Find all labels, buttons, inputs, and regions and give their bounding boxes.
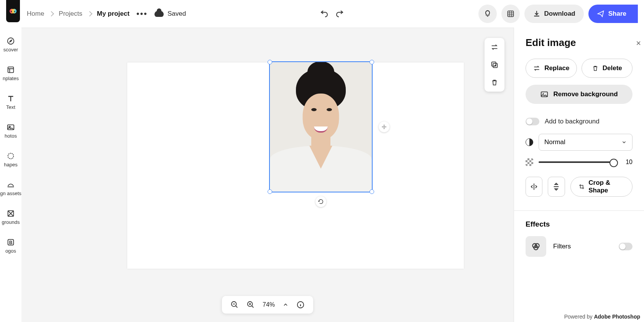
breadcrumb-home[interactable]: Home <box>27 10 44 18</box>
sidebar-item-design-assets[interactable]: gn assets <box>0 181 21 196</box>
sidebar-item-text[interactable]: Text <box>0 94 21 110</box>
discover-icon <box>7 37 15 45</box>
filters-toggle[interactable] <box>619 243 632 250</box>
trash-icon <box>491 78 498 87</box>
opacity-value: 10 <box>623 159 632 166</box>
resize-handle[interactable] <box>370 60 374 64</box>
flip-vertical-button[interactable] <box>548 177 565 197</box>
resize-handle[interactable] <box>268 189 272 194</box>
sidebar-label: Text <box>6 104 15 110</box>
trash-icon <box>592 64 599 72</box>
swap-button[interactable] <box>490 43 499 52</box>
swap-icon <box>490 43 499 51</box>
replace-label: Replace <box>544 64 569 72</box>
crop-shape-label: Crop & Shape <box>588 179 624 194</box>
delete-button[interactable] <box>490 78 499 87</box>
header-center <box>319 8 345 19</box>
filters-row: Filters <box>526 236 632 257</box>
zoom-in-button[interactable] <box>246 301 255 309</box>
replace-button[interactable]: Replace <box>526 59 577 78</box>
rotate-icon <box>318 199 324 205</box>
resize-handle[interactable] <box>370 189 374 194</box>
infinity-logo-icon <box>7 5 19 17</box>
logos-icon: B <box>7 238 15 246</box>
breadcrumb-current[interactable]: My project <box>97 10 130 18</box>
add-to-bg-label: Add to background <box>545 118 600 125</box>
flip-horizontal-button[interactable] <box>526 177 542 197</box>
remove-background-button[interactable]: Remove background <box>526 85 632 104</box>
tips-button[interactable] <box>478 5 497 23</box>
filters-thumb[interactable] <box>526 236 546 257</box>
share-button[interactable]: Share <box>588 5 638 23</box>
breadcrumb-projects[interactable]: Projects <box>59 10 82 18</box>
sidebar-label: gn assets <box>0 191 21 196</box>
opacity-slider[interactable] <box>539 161 618 163</box>
canvas-area[interactable]: 74% <box>21 28 514 322</box>
close-panel-button[interactable]: × <box>636 38 641 48</box>
grid-button[interactable] <box>501 5 520 23</box>
crop-shape-button[interactable]: Crop & Shape <box>570 177 632 197</box>
sidebar-item-templates[interactable]: nplates <box>0 66 21 81</box>
crop-icon <box>578 183 585 191</box>
portrait-placeholder <box>270 62 372 192</box>
blend-mode-value: Normal <box>544 138 565 146</box>
main: scover nplates Text hotos hapes gn asset… <box>0 28 644 322</box>
delete-image-button[interactable]: Delete <box>582 59 633 78</box>
save-status: Saved <box>168 10 186 18</box>
sidebar-item-logos[interactable]: B ogos <box>0 238 21 254</box>
panel-title: Edit image <box>526 37 632 49</box>
chevron-down-icon <box>621 140 627 145</box>
svg-rect-0 <box>508 11 513 17</box>
blend-mode-icon <box>526 138 533 146</box>
add-to-background-toggle[interactable] <box>526 118 539 125</box>
info-button[interactable] <box>296 301 305 309</box>
shapes-icon <box>7 152 15 160</box>
header-right: Download Share <box>478 5 638 23</box>
replace-icon <box>533 64 540 72</box>
sidebar-label: grounds <box>2 219 20 225</box>
svg-point-1 <box>8 38 14 44</box>
flip-v-icon <box>552 182 560 191</box>
duplicate-button[interactable] <box>490 60 499 69</box>
info-icon <box>296 301 305 309</box>
sidebar-label: hapes <box>4 162 17 168</box>
templates-icon <box>7 66 15 74</box>
zoom-in-icon <box>246 301 255 309</box>
backgrounds-icon <box>7 209 15 218</box>
move-icon <box>381 124 387 130</box>
sidebar-item-shapes[interactable]: hapes <box>0 152 21 168</box>
add-handle[interactable] <box>379 122 389 132</box>
assets-icon <box>7 181 15 189</box>
selected-image[interactable] <box>269 61 373 192</box>
sidebar-label: nplates <box>3 76 19 81</box>
photos-icon <box>7 123 15 131</box>
sidebar-item-backgrounds[interactable]: grounds <box>0 209 21 225</box>
svg-point-5 <box>8 153 14 159</box>
sidebar-item-photos[interactable]: hotos <box>0 123 21 139</box>
undo-icon <box>320 9 329 18</box>
rotate-handle[interactable] <box>315 196 326 207</box>
zoom-out-button[interactable] <box>230 301 239 309</box>
artboard[interactable] <box>127 62 464 269</box>
resize-handle[interactable] <box>268 60 272 64</box>
download-button[interactable]: Download <box>524 5 584 23</box>
effects-title: Effects <box>526 220 632 228</box>
zoom-menu-button[interactable] <box>283 302 289 308</box>
filters-icon <box>531 242 541 251</box>
grid-icon <box>507 10 514 18</box>
duplicate-icon <box>490 61 499 69</box>
sidebar-item-discover[interactable]: scover <box>0 37 21 53</box>
chevron-right-icon <box>49 11 54 16</box>
divider <box>514 210 644 211</box>
redo-button[interactable] <box>334 8 345 19</box>
opacity-icon <box>526 158 533 166</box>
credit-brand: Adobe Photoshop <box>594 314 640 320</box>
undo-button[interactable] <box>319 8 330 19</box>
left-sidebar: scover nplates Text hotos hapes gn asset… <box>0 28 21 322</box>
more-menu-button[interactable]: ••• <box>136 9 148 19</box>
blend-mode-select[interactable]: Normal <box>539 134 632 151</box>
remove-bg-icon <box>540 90 549 99</box>
app-logo[interactable] <box>6 0 20 22</box>
delete-label: Delete <box>603 64 622 72</box>
zoom-value: 74% <box>263 301 275 308</box>
